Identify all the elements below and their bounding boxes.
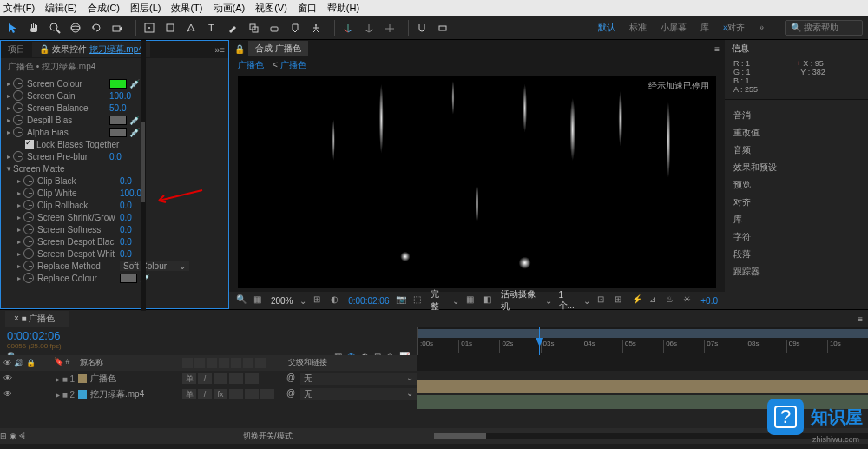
label-header[interactable]: 🔖 # <box>52 355 78 371</box>
text-tool-icon[interactable]: T <box>204 20 220 36</box>
grid-icon[interactable]: ▦ <box>253 294 264 307</box>
color-swatch[interactable] <box>109 128 127 137</box>
color-swatch[interactable] <box>120 274 137 283</box>
switch-icon[interactable]: fx <box>214 389 227 399</box>
scrollbar[interactable] <box>141 40 146 311</box>
prop-value[interactable]: 100.0 <box>120 188 141 198</box>
prop-value[interactable]: 0.0 <box>120 213 132 222</box>
magnify-icon[interactable]: 🔍 <box>236 294 247 307</box>
zoom-tool-icon[interactable] <box>47 20 62 36</box>
flowchart-icon[interactable]: ♨ <box>666 294 676 307</box>
prop-replace-colour[interactable]: ▸Replace Colour💉 <box>1 272 228 284</box>
toggle-switches-label[interactable]: 切换开关/模式 <box>243 431 293 442</box>
comp-tab[interactable]: 合成 广播色 <box>248 41 308 56</box>
parent-header[interactable]: 父级和链接 <box>286 355 417 371</box>
region-icon[interactable]: ⬚ <box>413 294 424 307</box>
channel-icon[interactable]: ◐ <box>331 294 341 307</box>
panel-item[interactable]: 预览 <box>725 176 868 194</box>
exposure-value[interactable]: +0.0 <box>700 296 718 306</box>
resolution-dropdown[interactable]: 完整 <box>431 288 445 313</box>
transparency-icon[interactable]: ▦ <box>466 294 477 307</box>
parent-dropdown[interactable]: 无⌄ <box>300 373 417 385</box>
prop-value[interactable]: 0.0 <box>120 176 132 186</box>
camera-tool-icon[interactable] <box>109 20 125 36</box>
prop-value[interactable]: 0.0 <box>109 152 122 162</box>
panel-item[interactable]: 音消 <box>725 107 868 124</box>
selection-tool-icon[interactable] <box>5 20 21 36</box>
prop-screen-softness[interactable]: ▸Screen Softness0.0 <box>1 223 228 235</box>
panel-item[interactable]: 效果和预设 <box>725 159 868 176</box>
project-tab[interactable]: 项目 <box>1 42 32 57</box>
zoom-value[interactable]: 200% <box>271 296 293 306</box>
prop-despill-bias[interactable]: ▸Despill Bias💉 <box>1 114 228 126</box>
menu-view[interactable]: 视图(V) <box>255 2 287 15</box>
prop-value[interactable]: 0.0 <box>120 225 132 234</box>
prop-clip-black[interactable]: ▸Clip Black0.0 <box>1 175 228 187</box>
world-axis-icon[interactable] <box>361 20 377 36</box>
panel-item[interactable]: 字符 <box>725 228 868 246</box>
layer-name[interactable]: 挖刀绿幕.mp4 <box>90 388 144 400</box>
preview-viewport[interactable]: 经示加速已停用 <box>238 76 716 288</box>
view-axis-icon[interactable] <box>382 20 398 36</box>
prop-clip-rollback[interactable]: ▸Clip Rollback0.0 <box>1 199 228 211</box>
anchor-tool-icon[interactable] <box>141 20 157 36</box>
menu-help[interactable]: 帮助(H) <box>327 2 359 15</box>
pixel-aspect-icon[interactable]: ⊞ <box>615 294 625 307</box>
prop-screen-despot-blac[interactable]: ▸Screen Despot Blac0.0 <box>1 235 228 248</box>
stopwatch-icon[interactable] <box>13 127 23 137</box>
mask-icon[interactable]: ◧ <box>483 294 494 307</box>
layer-icon[interactable]: ⊞ <box>313 294 324 307</box>
local-axis-icon[interactable] <box>340 20 356 36</box>
prop-screen-despot-whit[interactable]: ▸Screen Despot Whit0.0 <box>1 248 228 260</box>
dropdown[interactable]: Soft Colour⌄ <box>120 261 189 271</box>
visibility-icon[interactable]: 👁 <box>3 373 14 384</box>
eyedropper-icon[interactable]: 💉 <box>129 116 138 124</box>
menu-effect[interactable]: 效果(T) <box>171 2 202 15</box>
snapshot-icon[interactable]: 📷 <box>396 294 406 307</box>
stopwatch-icon[interactable] <box>23 212 34 222</box>
snap-icon[interactable] <box>414 20 430 36</box>
timeline-timecode[interactable]: 0:00:02:06 <box>7 329 410 342</box>
clone-tool-icon[interactable] <box>246 20 261 36</box>
stopwatch-icon[interactable] <box>23 224 34 234</box>
prop-screen-balance[interactable]: ▸Screen Balance50.0 <box>1 102 228 114</box>
chevron-right-icon[interactable]: » <box>759 23 764 32</box>
eraser-tool-icon[interactable] <box>266 20 282 36</box>
prop-screen-pre-blur[interactable]: ▸Screen Pre-blur0.0 <box>1 150 228 162</box>
timeline-tab[interactable]: × ■ 广播色 <box>5 311 69 327</box>
stopwatch-icon[interactable] <box>13 78 23 89</box>
stopwatch-icon[interactable] <box>23 236 34 247</box>
snap-option-icon[interactable] <box>435 20 450 36</box>
switch-icon[interactable]: 单 <box>182 373 196 384</box>
switch-icon[interactable]: 单 <box>182 389 196 399</box>
stopwatch-icon[interactable] <box>13 151 23 162</box>
workspace-default[interactable]: 默认 <box>598 22 615 34</box>
prop-lock-biases-together[interactable]: Lock Biases Together <box>1 138 228 150</box>
views-dropdown[interactable]: 1个... <box>559 290 576 312</box>
stopwatch-icon[interactable] <box>23 200 34 210</box>
search-input[interactable]: 🔍搜索帮助 <box>785 20 863 36</box>
switch-icon[interactable]: / <box>198 373 212 384</box>
time-ruler[interactable]: :00s01s02s03s04s05s06s07s08s09s10s <box>417 327 868 355</box>
eyedropper-icon[interactable]: 💉 <box>129 128 138 136</box>
pickwhip-icon[interactable]: @ <box>286 373 300 385</box>
stopwatch-icon[interactable] <box>23 188 34 198</box>
timecode-display[interactable]: 0:00:02:06 <box>348 296 389 306</box>
panel-item[interactable]: 库 <box>725 211 868 228</box>
label-color[interactable] <box>78 390 87 399</box>
stopwatch-icon[interactable] <box>23 248 34 259</box>
chevron-down-icon[interactable]: ⌄ <box>299 296 306 306</box>
lock-header-icon[interactable]: 🔒 <box>26 359 36 367</box>
shape-tool-icon[interactable] <box>162 20 178 36</box>
eyedropper-icon[interactable]: 💉 <box>129 79 138 88</box>
brush-tool-icon[interactable] <box>225 20 240 36</box>
roto-tool-icon[interactable] <box>287 20 303 36</box>
menu-comp[interactable]: 合成(C) <box>88 2 120 15</box>
prop-value[interactable]: 50.0 <box>109 103 126 113</box>
fast-preview-icon[interactable]: ⚡ <box>632 294 642 307</box>
prop-screen-shrink-grow[interactable]: ▸Screen Shrink/Grow0.0 <box>1 211 228 223</box>
rotate-tool-icon[interactable] <box>89 20 104 36</box>
toggle-switches-icon[interactable]: ⊞ ◉ ⫷ <box>0 432 26 440</box>
hand-tool-icon[interactable] <box>26 20 42 36</box>
color-swatch[interactable] <box>109 116 127 125</box>
